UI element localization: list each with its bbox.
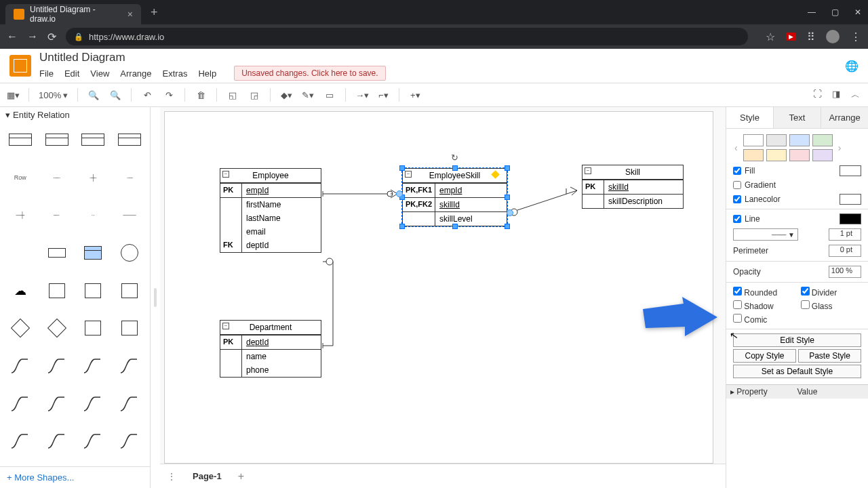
pages-menu-icon[interactable]: ⋮	[167, 471, 176, 482]
shape-curve-9[interactable]	[4, 428, 37, 454]
sidebar-splitter[interactable]	[151, 107, 160, 488]
shape-line[interactable]: ───	[113, 202, 146, 228]
shape-diamond-2[interactable]	[41, 315, 73, 341]
shape-cloud[interactable]: ☁	[4, 278, 37, 304]
shape-row-7[interactable]: ··	[77, 202, 110, 228]
view-mode-icon[interactable]: ▦▾	[7, 90, 19, 100]
swatch-blue[interactable]	[789, 134, 810, 146]
tab-arrange[interactable]: Arrange	[821, 107, 868, 128]
shape-table-4[interactable]	[113, 127, 146, 152]
close-tab-icon[interactable]: ×	[127, 9, 133, 20]
shape-curve-8[interactable]	[113, 391, 146, 417]
divider-checkbox[interactable]	[801, 287, 810, 296]
collapse-icon[interactable]: ︿	[849, 89, 861, 101]
prev-swatches-icon[interactable]: ‹	[733, 142, 739, 153]
shape-table-3[interactable]	[77, 127, 110, 152]
canvas[interactable]: −Employee PKempId firstName lastName ema…	[160, 107, 726, 464]
swatch-pink[interactable]	[789, 149, 810, 161]
shape-box-6[interactable]	[77, 315, 110, 341]
shadow-icon[interactable]: ▭	[323, 90, 336, 100]
reload-icon[interactable]: ⟳	[47, 30, 56, 43]
entity-department[interactable]: −Department PKdeptId name phone	[220, 320, 321, 378]
swatch-yellow[interactable]	[766, 149, 787, 161]
line-color-icon[interactable]: ✎▾	[302, 90, 314, 100]
profile-avatar[interactable]	[826, 30, 840, 43]
lanecolor-checkbox[interactable]	[733, 195, 741, 203]
more-shapes-button[interactable]: + More Shapes...	[0, 466, 150, 488]
resize-handle-sw[interactable]	[399, 224, 405, 229]
menu-edit[interactable]: Edit	[64, 68, 79, 79]
shape-row-2[interactable]: ·─·	[41, 165, 73, 190]
youtube-icon[interactable]: ▶	[786, 33, 796, 41]
shape-curve-1[interactable]	[4, 353, 37, 379]
add-page-button[interactable]: +	[238, 470, 244, 483]
shape-curve-2[interactable]	[41, 353, 73, 379]
resize-handle-s[interactable]	[452, 224, 458, 229]
endpoint-handle-e[interactable]	[507, 209, 513, 216]
connection-icon[interactable]: →▾	[355, 90, 368, 100]
swatch-orange[interactable]	[743, 149, 764, 161]
menu-file[interactable]: File	[39, 68, 54, 79]
close-window-icon[interactable]: ✕	[853, 7, 863, 17]
address-bar[interactable]: 🔒 https://www.draw.io	[66, 28, 748, 45]
shape-box-2[interactable]	[77, 240, 110, 266]
shadow-checkbox[interactable]	[733, 300, 742, 309]
property-table-header[interactable]: ▸ Property Value	[726, 384, 868, 399]
shape-row[interactable]: Row	[4, 165, 37, 190]
line-checkbox[interactable]	[733, 215, 741, 223]
shape-note[interactable]	[113, 315, 146, 341]
page-tab-1[interactable]: Page-1	[184, 467, 230, 485]
to-front-icon[interactable]: ◱	[226, 90, 239, 100]
tab-style[interactable]: Style	[726, 107, 773, 128]
resize-handle-se[interactable]	[505, 224, 510, 229]
fill-color[interactable]	[840, 165, 861, 176]
line-width-input[interactable]: 1 pt	[829, 228, 861, 241]
entity-employee[interactable]: −Employee PKempId firstName lastName ema…	[220, 168, 321, 253]
tab-text[interactable]: Text	[773, 107, 821, 128]
document-title[interactable]: Untitled Diagram	[39, 51, 386, 64]
opacity-input[interactable]: 100 %	[829, 266, 861, 278]
to-back-icon[interactable]: ◲	[248, 90, 260, 100]
line-color[interactable]	[840, 214, 861, 224]
gradient-checkbox[interactable]	[733, 181, 741, 189]
glass-checkbox[interactable]	[801, 300, 810, 309]
globe-icon[interactable]: 🌐	[845, 60, 859, 73]
shape-row-6[interactable]: ─·	[41, 202, 73, 228]
extension-icon[interactable]: ⠿	[807, 30, 815, 43]
menu-view[interactable]: View	[90, 68, 109, 79]
paste-style-button[interactable]: Paste Style	[798, 349, 861, 363]
swatch-white[interactable]	[743, 134, 764, 146]
insert-icon[interactable]: +▾	[409, 90, 421, 100]
app-logo[interactable]	[9, 55, 31, 77]
entity-employeeskill[interactable]: ↻ −EmployeeSkill PK,FK1empId PK,FK2skill…	[402, 168, 507, 226]
menu-help[interactable]: Help	[198, 68, 216, 79]
swatch-grey[interactable]	[766, 134, 787, 146]
shape-circle[interactable]	[113, 240, 146, 266]
entity-skill[interactable]: −Skill PKskillId skillDescription	[582, 165, 684, 209]
shape-row-3[interactable]: ·┼·	[77, 165, 110, 190]
shape-table-1[interactable]	[4, 127, 37, 152]
shape-box-4[interactable]	[77, 278, 110, 304]
swatch-green[interactable]	[812, 134, 833, 146]
minimize-icon[interactable]: —	[807, 7, 816, 17]
copy-style-button[interactable]: Copy Style	[733, 349, 796, 363]
zoom-in-icon[interactable]: 🔍	[87, 90, 100, 100]
menu-extras[interactable]: Extras	[163, 68, 188, 79]
new-tab-button[interactable]: +	[151, 5, 158, 20]
line-style-select[interactable]: ─── ▼	[733, 228, 798, 241]
swatch-purple[interactable]	[812, 149, 833, 161]
delete-icon[interactable]: 🗑	[195, 90, 207, 100]
forward-icon[interactable]: →	[27, 30, 38, 43]
fullscreen-icon[interactable]: ⛶	[811, 89, 823, 101]
set-default-style-button[interactable]: Set as Default Style	[733, 365, 861, 378]
shape-box-3[interactable]	[41, 278, 73, 304]
rotate-handle[interactable]: ↻	[451, 152, 458, 163]
undo-icon[interactable]: ↶	[141, 90, 153, 100]
back-icon[interactable]: ←	[7, 30, 18, 43]
shape-curve-3[interactable]	[77, 353, 110, 379]
zoom-level[interactable]: 100% ▾	[39, 90, 68, 100]
endpoint-handle-w[interactable]	[396, 190, 403, 197]
shape-curve-11[interactable]	[77, 428, 110, 454]
zoom-out-icon[interactable]: 🔍	[109, 90, 121, 100]
menu-arrange[interactable]: Arrange	[120, 68, 151, 79]
